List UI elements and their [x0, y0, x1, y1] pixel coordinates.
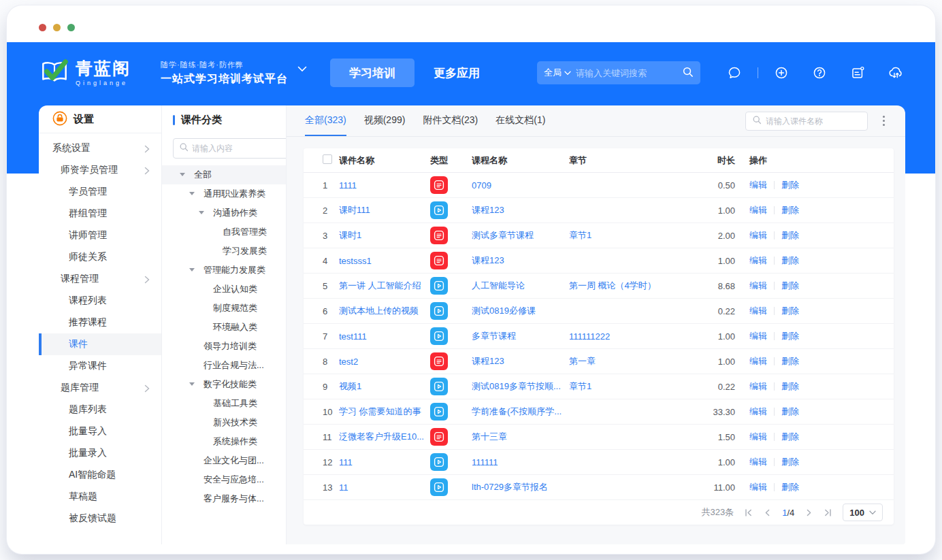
minimize-window-icon[interactable]: [53, 24, 61, 31]
category-tree-node[interactable]: 客户服务与体...: [162, 489, 286, 508]
content-tab[interactable]: 视频(299): [364, 105, 406, 136]
edit-button[interactable]: 编辑: [749, 179, 767, 191]
delete-button[interactable]: 删除: [781, 380, 799, 393]
courseware-name-link[interactable]: 1111: [339, 180, 357, 191]
course-name-link[interactable]: 课程123: [472, 205, 504, 215]
edit-button[interactable]: 编辑: [749, 254, 767, 267]
question-circle-icon[interactable]: [800, 65, 839, 80]
category-tree-node[interactable]: 沟通协作类: [162, 203, 286, 223]
sidebar-menu-item[interactable]: 题库列表: [39, 399, 161, 421]
course-name-link[interactable]: 测试0819多章节按顺...: [472, 381, 561, 391]
platform-switch-chevron-icon[interactable]: [297, 63, 307, 75]
courseware-name-search-input[interactable]: [766, 116, 861, 126]
category-tree-node[interactable]: 企业文化与团...: [162, 451, 286, 470]
sidebar-menu-item[interactable]: 课件: [39, 333, 161, 355]
global-search-input[interactable]: [576, 68, 677, 78]
courseware-name-link[interactable]: test111: [339, 331, 367, 342]
edit-button[interactable]: 编辑: [749, 280, 767, 292]
category-tree-node[interactable]: 学习发展类: [162, 242, 286, 261]
next-page-icon[interactable]: [805, 508, 813, 517]
plus-circle-icon[interactable]: [762, 65, 800, 80]
delete-button[interactable]: 删除: [781, 179, 799, 191]
sidebar-menu-item[interactable]: 课程列表: [39, 290, 161, 312]
search-icon[interactable]: [682, 66, 694, 80]
page-size-select[interactable]: 100: [843, 504, 883, 521]
content-tab[interactable]: 在线文档(1): [496, 105, 545, 136]
course-name-link[interactable]: 学前准备(不按顺序学...: [472, 406, 562, 416]
delete-button[interactable]: 删除: [781, 456, 799, 468]
edit-button[interactable]: 编辑: [749, 406, 767, 418]
category-tree-node[interactable]: 全部: [162, 165, 286, 184]
edit-button[interactable]: 编辑: [749, 204, 767, 216]
delete-button[interactable]: 删除: [781, 305, 799, 317]
caret-down-icon[interactable]: [199, 210, 205, 217]
courseware-name-link[interactable]: 11: [339, 482, 348, 493]
sidebar-menu-item[interactable]: 被反馈试题: [39, 508, 161, 529]
content-tab[interactable]: 全部(323): [305, 105, 346, 136]
sidebar-menu-item[interactable]: 师资学员管理: [39, 159, 161, 181]
more-actions-icon[interactable]: [877, 116, 890, 126]
edit-button[interactable]: 编辑: [749, 355, 767, 367]
course-name-link[interactable]: 测试多章节课程: [472, 230, 534, 240]
content-tab[interactable]: 附件文档(23): [423, 105, 478, 136]
sidebar-menu-item[interactable]: 讲师管理: [39, 225, 161, 246]
category-tree-node[interactable]: 基础工具类: [162, 394, 286, 413]
delete-button[interactable]: 删除: [781, 204, 799, 216]
category-tree-node[interactable]: 领导力培训类: [162, 337, 286, 356]
first-page-icon[interactable]: [744, 508, 753, 517]
prev-page-icon[interactable]: [763, 508, 772, 517]
category-tree-node[interactable]: 管理能力发展类: [162, 261, 286, 280]
nav-item[interactable]: 学习培训: [330, 59, 415, 87]
course-name-link[interactable]: 课程123: [472, 255, 504, 265]
category-tree-node[interactable]: 制度规范类: [162, 299, 286, 318]
category-tree-node[interactable]: 环境融入类: [162, 318, 286, 337]
category-tree-node[interactable]: 自我管理类: [162, 223, 286, 242]
message-icon[interactable]: [715, 65, 753, 80]
brand-logo[interactable]: 青蓝阁 Qinglange: [39, 58, 131, 88]
caret-down-icon[interactable]: [189, 267, 195, 274]
category-tree-node[interactable]: 数字化技能类: [162, 375, 286, 394]
edit-button[interactable]: 编辑: [749, 330, 767, 342]
edit-button[interactable]: 编辑: [749, 431, 767, 443]
sidebar-menu-item[interactable]: 群组管理: [39, 203, 161, 225]
courseware-name-link[interactable]: test2: [339, 357, 358, 367]
courseware-name-link[interactable]: 学习 你需要知道的事: [339, 406, 421, 416]
course-name-link[interactable]: 0709: [472, 180, 491, 191]
course-name-link[interactable]: 多章节课程: [472, 331, 516, 341]
courseware-name-link[interactable]: 视频1: [339, 381, 361, 391]
chapter-link[interactable]: 第一周 概论（4学时）: [569, 280, 656, 291]
edit-button[interactable]: 编辑: [749, 229, 767, 242]
delete-button[interactable]: 删除: [781, 431, 799, 443]
close-window-icon[interactable]: [39, 24, 46, 31]
sidebar-menu-item[interactable]: 批量录入: [39, 442, 161, 464]
delete-button[interactable]: 删除: [781, 254, 799, 267]
sidebar-menu-item[interactable]: 批量导入: [39, 421, 161, 442]
course-name-link[interactable]: 第十三章: [472, 431, 507, 442]
category-search-input[interactable]: [192, 144, 297, 153]
course-name-link[interactable]: 111111: [472, 457, 498, 467]
sidebar-menu-item[interactable]: 异常课件: [39, 355, 161, 377]
courseware-name-link[interactable]: 第一讲 人工智能介绍: [339, 280, 421, 291]
sidebar-menu-item[interactable]: 课程管理: [39, 268, 161, 290]
category-tree-node[interactable]: 行业合规与法...: [162, 356, 286, 375]
courseware-name-link[interactable]: testsss1: [339, 256, 372, 266]
courseware-name-link[interactable]: 111: [339, 457, 353, 467]
todo-badge-icon[interactable]: [839, 65, 877, 80]
sidebar-menu-item[interactable]: 学员管理: [39, 181, 161, 203]
courseware-name-link[interactable]: 课时111: [339, 205, 370, 215]
delete-button[interactable]: 删除: [781, 229, 799, 242]
select-all-checkbox[interactable]: [323, 154, 332, 164]
caret-down-icon[interactable]: [189, 191, 195, 198]
chapter-link[interactable]: 第一章: [569, 356, 596, 366]
delete-button[interactable]: 删除: [781, 330, 799, 342]
chapter-link[interactable]: 111111222: [569, 331, 610, 342]
course-name-link[interactable]: 测试0819必修课: [472, 306, 536, 316]
maximize-window-icon[interactable]: [67, 24, 75, 31]
sidebar-menu-item[interactable]: 系统设置: [39, 137, 161, 159]
delete-button[interactable]: 删除: [781, 406, 799, 418]
sidebar-menu-item[interactable]: 推荐课程: [39, 312, 161, 333]
sidebar-menu-item[interactable]: 师徒关系: [39, 246, 161, 268]
cloud-transfer-icon[interactable]: [877, 65, 915, 80]
category-tree-node[interactable]: 系统操作类: [162, 432, 286, 451]
delete-button[interactable]: 删除: [781, 355, 799, 367]
